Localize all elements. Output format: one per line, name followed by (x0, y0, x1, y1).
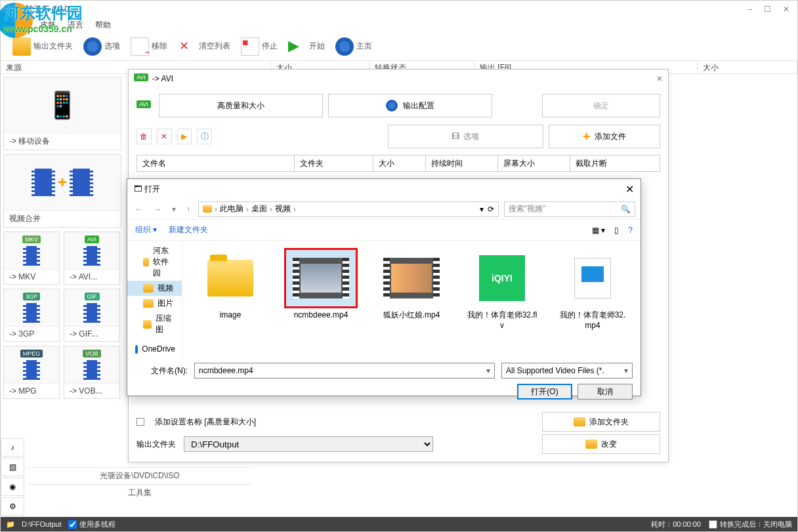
breadcrumb[interactable]: › 此电脑› 桌面› 视频› ▾⟳ (198, 201, 499, 217)
status-folder-icon[interactable]: 📁 (6, 520, 15, 529)
folder-tree: 河东软件园 视频 图片 压缩图 OneDrive 此电脑 (127, 241, 182, 358)
forward-icon[interactable]: → (151, 205, 164, 214)
cat-gif[interactable]: GIF -> GIF... (64, 289, 120, 342)
file-item-flv[interactable]: iQIYI 我的！体育老师32.flv (466, 249, 538, 331)
shutdown-checkbox[interactable] (709, 520, 717, 529)
status-output-path: D:\FFOutput (22, 520, 62, 528)
ok-button[interactable]: 确定 (542, 94, 660, 117)
organize-button[interactable]: 组织 ▾ (135, 224, 157, 235)
view-icon[interactable]: ▦ ▾ (592, 226, 605, 235)
side-tab-tools[interactable]: ⚙ (1, 497, 24, 516)
open-close-icon[interactable]: ✕ (625, 183, 634, 195)
filetype-filter[interactable]: All Supported Video Files (*. (501, 363, 633, 379)
mini-play-button[interactable]: ▶ (177, 129, 192, 144)
mini-delete-button[interactable]: ✕ (157, 129, 172, 144)
tree-node-onedrive[interactable]: OneDrive (127, 342, 182, 356)
output-folder-button[interactable]: 输出文件夹 (9, 36, 77, 57)
clear-icon (178, 37, 196, 56)
tree-node[interactable]: 图片 (127, 296, 182, 311)
gear-icon (386, 100, 398, 112)
back-icon[interactable]: ← (133, 205, 146, 214)
tree-node[interactable]: 河东软件园 (127, 243, 182, 281)
folder-icon (203, 205, 212, 213)
quality-box[interactable]: 高质量和大小 (159, 94, 323, 117)
history-icon[interactable]: ▾ (169, 205, 178, 214)
add-setting-checkbox[interactable] (136, 418, 144, 426)
output-folder-select[interactable]: D:\FFOutput (184, 436, 433, 452)
side-tab-audio[interactable]: ♪ (1, 438, 24, 457)
avi-title: -> AVI (152, 74, 173, 83)
remove-icon (131, 37, 149, 56)
side-tabs: ♪ ▧ ◉ ⚙ (1, 438, 27, 517)
open-navbar: ← → ▾ ↑ › 此电脑› 桌面› 视频› ▾⟳ 搜索"视频" 🔍 (127, 199, 640, 220)
open-app-icon: 🗔 (134, 184, 142, 194)
folder-icon (574, 417, 585, 426)
status-elapsed: 耗时：00:00:00 (651, 520, 701, 529)
refresh-icon[interactable]: ⟳ (488, 205, 494, 214)
stop-button[interactable]: 停止 (237, 36, 282, 57)
multithread-checkbox[interactable] (68, 520, 77, 529)
main-titlebar: 格式工厂 4.2.0 – ☐ ✕ (1, 1, 797, 18)
bottom-drive[interactable]: 光驱设备\DVD\CD\ISO (28, 467, 251, 484)
file-item-video[interactable]: ncmbdeee.mp4 (285, 249, 357, 321)
tree-node[interactable]: 压缩图 (127, 311, 182, 337)
start-button[interactable]: 开始 (284, 36, 329, 57)
folder-icon (12, 37, 31, 56)
avi-badge-icon: AVI (134, 73, 148, 81)
file-item-folder[interactable]: image (194, 249, 266, 321)
avi-titlebar: AVI -> AVI ✕ (129, 70, 668, 88)
cat-avi[interactable]: AVI -> AVI... (64, 232, 120, 285)
menu-help[interactable]: 帮助 (95, 20, 111, 31)
home-icon (335, 37, 354, 56)
bottom-toolset[interactable]: 工具集 (28, 484, 251, 501)
open-footer: 文件名(N): ncmbdeee.mp4 All Supported Video… (127, 358, 640, 405)
watermark: 河东软件园 www.pc0359.cn (4, 3, 83, 34)
search-input[interactable]: 搜索"视频" 🔍 (504, 201, 635, 217)
filename-label: 文件名(N): (135, 365, 188, 377)
cancel-button[interactable]: 取消 (578, 384, 633, 399)
remove-button[interactable]: 移除 (127, 36, 171, 57)
avi-close-icon[interactable]: ✕ (656, 74, 663, 83)
clear-list-button[interactable]: 清空列表 (174, 36, 234, 57)
tree-node[interactable]: 视频 (127, 281, 182, 296)
help-icon[interactable]: ? (628, 226, 633, 235)
open-toolbar: 组织 ▾ 新建文件夹 ▦ ▾ ▯ ? (127, 220, 640, 241)
avi-format-icon: AVI (136, 100, 151, 108)
plus-icon: + (583, 129, 591, 144)
options-button[interactable]: 选项 (79, 36, 124, 57)
new-folder-button[interactable]: 新建文件夹 (169, 224, 208, 235)
cat-3gp[interactable]: 3GP -> 3GP (3, 289, 60, 342)
cat-vob[interactable]: VOB -> VOB... (64, 346, 120, 399)
mini-info-button[interactable]: ⓘ (197, 129, 212, 144)
gear-icon (83, 37, 102, 56)
add-file-button[interactable]: +添加文件 (549, 125, 660, 148)
side-tab-disc[interactable]: ◉ (1, 478, 24, 496)
file-item-video[interactable]: 狐妖小红娘.mp4 (375, 249, 448, 321)
minimize-icon[interactable]: – (747, 5, 752, 14)
output-config-button[interactable]: 输出配置 (328, 94, 492, 117)
avi-options-button[interactable]: 🎞选项 (388, 125, 543, 148)
crumb-dropdown-icon[interactable]: ▾ (480, 205, 484, 214)
cat-mkv[interactable]: MKV -> MKV (3, 232, 60, 285)
filename-input[interactable]: ncmbdeee.mp4 (194, 363, 495, 379)
close-icon[interactable]: ✕ (783, 5, 789, 14)
cat-mobile[interactable]: 📱 -> 移动设备 (3, 77, 121, 150)
change-button[interactable]: 改变 (542, 434, 660, 454)
open-button[interactable]: 打开(O) (517, 384, 572, 399)
status-bar: 📁 D:\FFOutput 使用多线程 耗时：00:00:00 转换完成后：关闭… (1, 517, 797, 531)
col-size2: 大小 (698, 61, 797, 73)
cat-mpg[interactable]: MPEG -> MPG (3, 346, 60, 399)
home-button[interactable]: 主页 (331, 36, 376, 57)
add-folder-button[interactable]: 添加文件夹 (542, 412, 660, 432)
preview-icon[interactable]: ▯ (614, 226, 619, 235)
side-tab-picture[interactable]: ▧ (1, 458, 24, 476)
file-item-video[interactable]: 我的！体育老师32.mp4 (556, 249, 629, 331)
avi-table-header: 文件名 文件夹 大小 持续时间 屏幕大小 截取片断 (136, 155, 660, 172)
up-icon[interactable]: ↑ (184, 205, 193, 214)
maximize-icon[interactable]: ☐ (764, 5, 771, 14)
play-icon (288, 37, 306, 56)
mini-remove-button[interactable]: 🗑 (136, 129, 152, 144)
cat-merge[interactable]: + 视频合并 (3, 154, 121, 228)
main-toolbar: 输出文件夹 选项 移除 清空列表 停止 开始 主页 (1, 32, 797, 61)
add-setting-label: 添加设置名称 [高质量和大小] (155, 417, 256, 428)
